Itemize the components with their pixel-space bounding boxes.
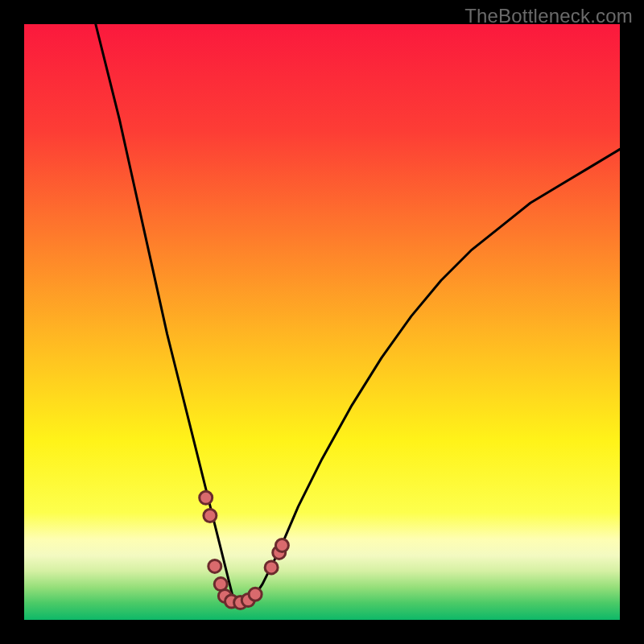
data-marker — [200, 491, 213, 504]
data-marker — [204, 510, 217, 522]
data-marker — [275, 539, 288, 552]
plot-area — [24, 24, 620, 620]
watermark-text: TheBottleneck.com — [464, 5, 633, 27]
data-marker — [208, 559, 221, 572]
bottleneck-curve-chart — [24, 24, 620, 620]
gradient-background — [24, 24, 620, 620]
chart-frame: TheBottleneck.com — [0, 0, 644, 644]
data-marker — [249, 588, 262, 601]
data-marker — [265, 561, 278, 574]
